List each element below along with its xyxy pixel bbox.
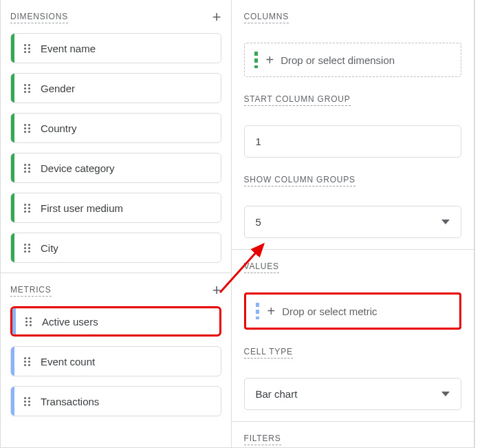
chip-label: Active users [42,316,98,328]
dimension-bar [11,74,14,103]
dimension-chip[interactable]: Gender [10,73,221,103]
dimension-chip[interactable]: Event name [10,33,221,63]
dimensions-section: DIMENSIONS + Event name Gender Country [1,0,231,273]
drag-handle-icon [24,164,34,173]
start-column-group-input[interactable] [244,125,461,158]
show-column-groups-label: SHOW COLUMN GROUPS [244,175,355,186]
dimension-chip[interactable]: Country [10,113,221,143]
drag-handle-icon [24,84,34,93]
drag-handle-icon [24,357,34,366]
columns-section: COLUMNS + Drop or select dimension START… [232,0,474,250]
dimension-bar [11,193,14,222]
add-dimension-button[interactable]: + [212,10,221,25]
metric-bar [11,387,14,416]
values-section: VALUES + Drop or select metric CELL TYPE… [232,250,474,422]
drag-handle-icon [24,124,34,133]
chip-label: City [41,242,58,254]
cell-type-label: CELL TYPE [244,347,293,359]
plus-icon: + [266,52,274,68]
dimension-bar [11,233,14,262]
cell-type-select[interactable]: Bar chart [244,378,461,410]
plus-icon: + [267,303,276,319]
select-value: Bar chart [256,388,298,400]
chip-label: Device category [41,162,115,174]
metrics-label: METRICS [10,285,52,297]
chip-label: First user medium [41,202,123,214]
show-column-groups-select[interactable]: 5 [244,206,461,238]
drop-label: Drop or select metric [282,306,377,317]
dimension-bar [11,153,14,182]
filters-label: FILTERS [244,434,281,445]
chip-label: Event count [41,356,95,367]
chevron-down-icon [441,220,450,224]
dimension-bar [11,114,14,142]
drop-label: Drop or select dimension [281,54,395,66]
dimension-bar-icon [254,52,258,68]
columns-label: COLUMNS [244,12,289,23]
drag-handle-icon [24,204,34,213]
values-label: VALUES [244,262,279,273]
dimension-chip[interactable]: First user medium [10,193,221,223]
columns-drop-zone[interactable]: + Drop or select dimension [244,43,461,77]
chip-label: Event name [41,43,96,54]
metric-bar [12,308,16,334]
add-metric-button[interactable]: + [212,283,221,298]
start-column-group-label: START COLUMN GROUP [244,94,351,106]
select-value: 5 [256,216,261,228]
metric-chip[interactable]: Event count [10,346,221,376]
filters-section: FILTERS + Drop or select dimension or me… [232,422,474,448]
drag-handle-icon [25,317,35,326]
left-panel: DIMENSIONS + Event name Gender Country [1,0,232,447]
drag-handle-icon [24,397,34,406]
dimension-chip[interactable]: City [10,233,221,263]
chip-label: Transactions [41,396,99,407]
dimension-chip[interactable]: Device category [10,153,221,183]
metric-bar-icon [256,303,259,319]
dimension-bar [11,34,14,63]
metric-chip[interactable]: Transactions [10,386,221,416]
metric-bar [11,347,14,376]
metric-chip-active-users[interactable]: Active users [10,306,221,337]
values-drop-zone[interactable]: + Drop or select metric [244,292,461,330]
right-panel: COLUMNS + Drop or select dimension START… [232,0,474,447]
drag-handle-icon [24,244,34,253]
chip-label: Country [41,122,77,134]
chevron-down-icon [441,392,450,396]
metrics-section: METRICS + Active users Event count Trans… [1,273,231,426]
dimensions-label: DIMENSIONS [10,12,68,23]
chip-label: Gender [41,83,75,94]
drag-handle-icon [24,44,34,53]
